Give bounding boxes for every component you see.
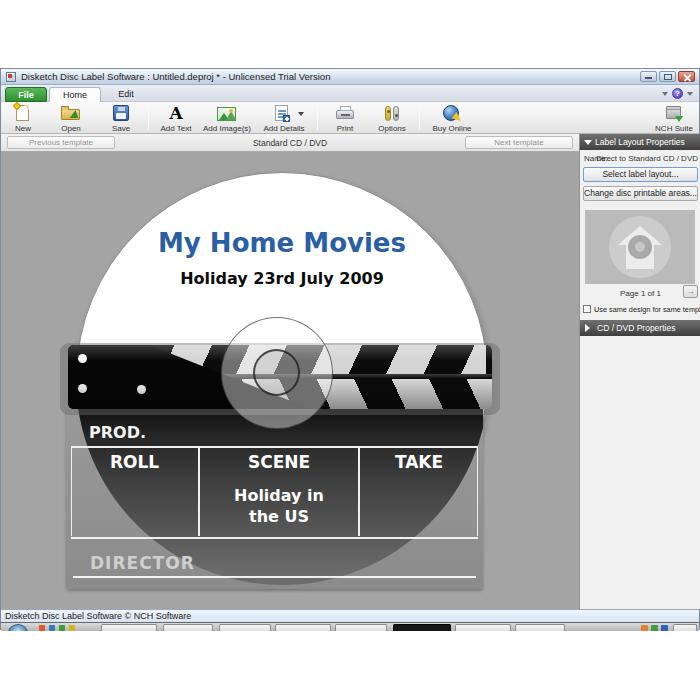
disc-center-hole — [253, 349, 300, 396]
status-text: Disketch Disc Label Software © NCH Softw… — [5, 611, 191, 621]
taskbar-clock[interactable] — [673, 624, 697, 631]
prod-label: PROD. — [89, 423, 146, 442]
name-value: Direct to Standard CD / DVD — [596, 154, 698, 163]
taskbar-button[interactable] — [515, 624, 565, 631]
properties-panel: Label Layout Properties Name: Direct to … — [579, 134, 700, 609]
toolbar-separator — [317, 105, 318, 130]
taskbar-button[interactable] — [275, 624, 331, 631]
printer-icon — [336, 110, 354, 119]
template-bar: Previous template Standard CD / DVD Next… — [1, 134, 579, 152]
label-layout-properties-header[interactable]: Label Layout Properties — [580, 134, 700, 150]
maximize-button[interactable] — [659, 71, 676, 82]
help-icon[interactable]: ? — [672, 88, 683, 99]
windows-taskbar — [1, 622, 699, 631]
start-orb-icon[interactable] — [8, 624, 28, 631]
save-floppy-icon — [113, 105, 129, 121]
options-sliders-icon — [385, 106, 391, 121]
take-label: TAKE — [360, 452, 478, 472]
new-document-icon — [16, 105, 29, 121]
thumbnail-hub — [628, 235, 652, 259]
window-title: Disketch Disc Label Software : Untitled.… — [21, 71, 330, 82]
same-design-label: Use same design for same template types — [594, 305, 700, 314]
tab-home[interactable]: Home — [49, 87, 101, 103]
collapse-triangle-icon — [584, 140, 592, 145]
buy-online-button[interactable]: Buy Online — [425, 103, 479, 133]
page-indicator: Page 1 of 1 — [580, 289, 700, 298]
same-design-checkbox[interactable] — [583, 305, 591, 313]
app-window: Disketch Disc Label Software : Untitled.… — [0, 68, 700, 630]
expand-triangle-icon — [585, 324, 590, 332]
chevron-down-icon[interactable] — [687, 92, 693, 96]
change-printable-areas-button[interactable]: Change disc printable areas... — [583, 186, 698, 201]
suite-box-icon — [666, 106, 681, 119]
maximize-icon — [664, 74, 672, 80]
taskbar-button[interactable] — [219, 624, 271, 631]
menu-tab-bar: File Home Edit ? — [1, 85, 699, 102]
options-button[interactable]: Options — [369, 103, 415, 133]
director-label: DIRECTOR — [90, 553, 195, 573]
taskbar-button[interactable] — [163, 624, 213, 631]
disc-title-text[interactable]: My Home Movies — [77, 228, 487, 258]
disc-thumbnail — [609, 216, 671, 278]
screenshot-background: Disketch Disc Label Software : Untitled.… — [0, 0, 700, 700]
next-page-button[interactable]: → — [683, 285, 698, 298]
open-button[interactable]: Open — [47, 103, 95, 133]
scene-label: SCENE — [200, 452, 358, 472]
quicklaunch-icon[interactable] — [59, 625, 65, 631]
toolbar-separator — [148, 105, 149, 130]
print-button[interactable]: Print — [323, 103, 367, 133]
next-template-button[interactable]: Next template — [465, 136, 573, 149]
add-text-button[interactable]: A Add Text — [153, 103, 199, 133]
disc-subtitle-text[interactable]: Holiday 23rd July 2009 — [77, 269, 487, 288]
add-details-icon — [275, 105, 288, 121]
chevron-down-icon[interactable] — [662, 92, 668, 96]
taskbar-button[interactable] — [101, 624, 157, 631]
add-text-icon: A — [169, 103, 182, 123]
quicklaunch-icon[interactable] — [49, 625, 55, 631]
add-details-button[interactable]: Add Details — [257, 103, 311, 133]
tray-icon[interactable] — [651, 625, 658, 631]
globe-icon — [443, 105, 459, 121]
toolbar: New Open Save A Add Text Add Image(s) A — [1, 102, 699, 134]
app-icon — [6, 72, 16, 82]
save-button[interactable]: Save — [99, 103, 143, 133]
design-canvas[interactable]: My Home Movies Holiday 23rd July 2009 PR… — [1, 152, 579, 609]
page-preview[interactable] — [585, 210, 695, 284]
add-image-icon — [217, 107, 236, 121]
tab-edit[interactable]: Edit — [103, 87, 149, 102]
tray-icon[interactable] — [641, 625, 648, 631]
nch-suite-button[interactable]: NCH Suite — [651, 103, 697, 133]
taskbar-button[interactable] — [335, 624, 387, 631]
board-line — [71, 446, 478, 448]
quicklaunch-icon[interactable] — [39, 625, 45, 631]
disc-center-hub — [221, 317, 333, 429]
tab-file[interactable]: File — [5, 87, 47, 102]
cd-dvd-properties-header[interactable]: CD / DVD Properties — [580, 320, 700, 336]
tray-icon[interactable] — [661, 625, 668, 631]
open-folder-icon — [61, 109, 80, 120]
roll-label: ROLL — [71, 452, 198, 472]
dropdown-caret-icon — [298, 112, 304, 116]
select-label-layout-button[interactable]: Select label layout... — [583, 167, 698, 182]
new-button[interactable]: New — [3, 103, 43, 133]
minimize-button[interactable] — [640, 71, 657, 82]
title-bar: Disketch Disc Label Software : Untitled.… — [1, 69, 699, 85]
close-button[interactable] — [678, 71, 695, 82]
board-line — [73, 576, 476, 578]
status-bar: Disketch Disc Label Software © NCH Softw… — [1, 609, 699, 622]
toolbar-separator — [419, 105, 420, 130]
scene-value-text[interactable]: Holiday in the US — [200, 485, 358, 527]
taskbar-button-active[interactable] — [393, 624, 451, 631]
clapperboard-markings: PROD. ROLL SCENE TAKE Holiday in the US … — [66, 409, 483, 589]
minimize-icon — [645, 77, 652, 79]
quicklaunch-icon[interactable] — [69, 625, 75, 631]
add-images-button[interactable]: Add Image(s) — [201, 103, 253, 133]
board-line — [71, 537, 478, 539]
taskbar-button[interactable] — [455, 624, 511, 631]
